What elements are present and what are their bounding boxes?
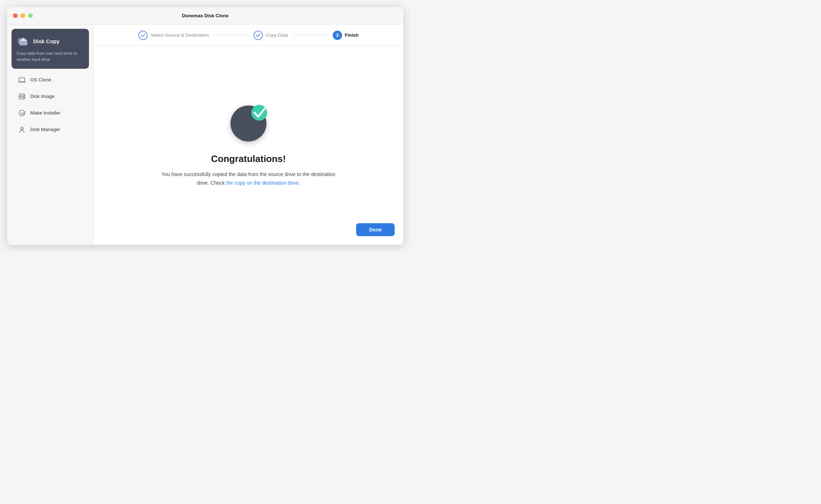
close-button[interactable] — [13, 13, 18, 18]
steps-header: Select Source & Destination Copy Data 3 — [94, 24, 403, 46]
disk-image-icon — [18, 93, 26, 100]
content-body: Congratulations! You have successfully c… — [94, 46, 403, 245]
svg-text:OS: OS — [21, 112, 25, 115]
step-1-label: Select Source & Destination — [151, 32, 209, 38]
sidebar-item-disk-image-label: Disk Image — [30, 94, 55, 99]
step-2-label: Copy Data — [266, 32, 288, 38]
svg-rect-3 — [19, 78, 25, 82]
sidebar-item-disk-copy[interactable]: Disk Copy Copy data from one hard drive … — [12, 29, 89, 69]
step-1: Select Source & Destination — [138, 31, 209, 40]
sidebar-active-title: Disk Copy — [33, 38, 59, 44]
step-3-label: Finish — [345, 32, 359, 38]
congratulations-title: Congratulations! — [211, 153, 286, 165]
sidebar-item-disk-manager[interactable]: Disk Manager — [10, 122, 90, 137]
maximize-button[interactable] — [28, 13, 33, 18]
window-title: Donemax Disk Clone — [182, 13, 228, 18]
sidebar-active-header: Disk Copy — [17, 35, 84, 48]
success-icon — [229, 104, 268, 143]
sidebar-item-make-installer-label: Make Installer — [30, 110, 60, 116]
step-connector-2 — [292, 35, 328, 36]
success-checkmark-icon — [250, 104, 268, 122]
titlebar: Donemax Disk Clone — [7, 7, 403, 24]
step-3-icon: 3 — [333, 31, 342, 40]
minimize-button[interactable] — [21, 13, 25, 18]
sidebar-item-disk-manager-label: Disk Manager — [30, 127, 60, 132]
step-2-icon — [254, 31, 263, 40]
step-1-icon — [138, 31, 148, 40]
make-installer-icon: OS — [18, 109, 26, 117]
step-connector-1 — [213, 35, 249, 36]
disk-manager-icon — [18, 126, 26, 134]
sidebar: Disk Copy Copy data from one hard drive … — [7, 24, 94, 245]
sidebar-item-os-clone[interactable]: OS Clone — [10, 72, 90, 87]
svg-point-5 — [20, 95, 22, 97]
done-button[interactable]: Done — [356, 223, 395, 236]
traffic-lights — [13, 13, 33, 18]
done-button-wrap: Done — [356, 223, 395, 236]
success-message: You have successfully copied the data fr… — [155, 170, 342, 188]
svg-point-12 — [22, 128, 23, 129]
step-2: Copy Data — [254, 31, 288, 40]
disk-copy-icon — [17, 35, 30, 48]
sidebar-item-os-clone-label: OS Clone — [30, 77, 51, 82]
step-3: 3 Finish — [333, 31, 359, 40]
main-layout: Disk Copy Copy data from one hard drive … — [7, 24, 403, 245]
content-area: Select Source & Destination Copy Data 3 — [94, 24, 403, 245]
destination-drive-link[interactable]: the copy on the destination drive. — [226, 180, 300, 186]
sidebar-item-disk-image[interactable]: Disk Image — [10, 89, 90, 104]
sidebar-active-desc: Copy data from one hard drive to another… — [17, 50, 84, 63]
app-window: Donemax Disk Clone Disk Copy Copy data f… — [7, 7, 403, 245]
laptop-icon — [18, 76, 26, 84]
sidebar-item-make-installer[interactable]: OS Make Installer — [10, 105, 90, 121]
